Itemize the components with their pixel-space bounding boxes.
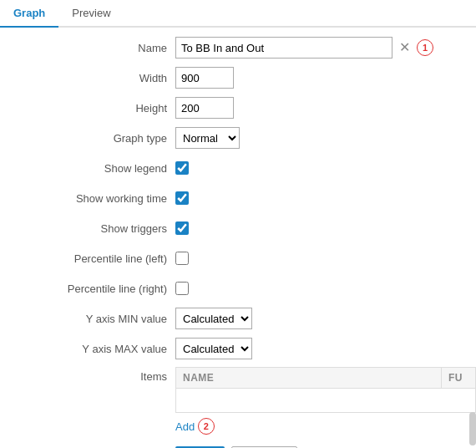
items-label: Items [0, 367, 175, 383]
y-axis-min-label: Y axis MIN value [0, 313, 175, 325]
tab-bar: Graph Preview [0, 0, 476, 28]
show-working-time-checkbox[interactable] [175, 191, 189, 205]
show-triggers-label: Show triggers [0, 222, 175, 235]
graph-type-controls: Normal Stacked Pie [175, 127, 240, 149]
graph-form: Name ✕ 1 Width Height Graph type [0, 28, 476, 448]
name-clear-button[interactable]: ✕ [398, 41, 412, 54]
graph-type-row: Graph type Normal Stacked Pie [0, 126, 476, 150]
name-circle-1: 1 [417, 39, 433, 56]
footer-buttons: Add Cancel [0, 438, 476, 448]
items-col-name: NAME [176, 368, 442, 388]
width-row: Width [0, 66, 476, 89]
items-table-header: NAME FU [175, 367, 476, 388]
name-input[interactable] [175, 37, 392, 59]
tab-preview[interactable]: Preview [58, 0, 124, 28]
items-section: Items NAME FU Add 2 [0, 367, 476, 438]
show-legend-row: Show legend [0, 156, 476, 180]
percentile-right-row: Percentile line (right) [0, 277, 476, 300]
show-legend-controls [175, 161, 189, 175]
width-input[interactable] [175, 67, 234, 89]
percentile-right-controls [175, 282, 189, 295]
height-controls [175, 97, 234, 119]
show-working-time-controls [175, 191, 189, 205]
show-working-time-label: Show working time [0, 192, 175, 205]
height-row: Height [0, 96, 476, 120]
y-axis-min-controls: Calculated Fixed [175, 308, 252, 329]
y-axis-max-controls: Calculated Fixed [175, 338, 252, 359]
show-triggers-checkbox[interactable] [175, 221, 189, 235]
show-triggers-row: Show triggers [0, 216, 476, 240]
graph-type-select[interactable]: Normal Stacked Pie [175, 127, 240, 149]
show-legend-checkbox[interactable] [175, 161, 189, 175]
percentile-left-label: Percentile line (left) [0, 252, 175, 265]
percentile-left-controls [175, 252, 189, 265]
scrollbar[interactable] [469, 412, 476, 445]
show-working-time-row: Show working time [0, 186, 476, 210]
name-label: Name [0, 42, 175, 54]
percentile-right-checkbox[interactable] [175, 282, 189, 295]
tab-graph[interactable]: Graph [0, 0, 58, 28]
items-circle-2: 2 [198, 418, 215, 435]
name-row: Name ✕ 1 [0, 36, 476, 59]
y-axis-min-row: Y axis MIN value Calculated Fixed [0, 307, 476, 330]
percentile-right-label: Percentile line (right) [0, 283, 175, 295]
items-body [175, 388, 476, 413]
items-col-fu: FU [442, 368, 475, 388]
y-axis-max-label: Y axis MAX value [0, 343, 175, 355]
y-axis-min-select[interactable]: Calculated Fixed [175, 308, 252, 329]
width-controls [175, 67, 234, 89]
percentile-left-row: Percentile line (left) [0, 247, 476, 270]
y-axis-max-row: Y axis MAX value Calculated Fixed [0, 337, 476, 360]
items-add-link[interactable]: Add [175, 420, 195, 433]
percentile-left-checkbox[interactable] [175, 252, 189, 265]
name-controls: ✕ 1 [175, 37, 433, 59]
height-input[interactable] [175, 97, 234, 119]
show-legend-label: Show legend [0, 162, 175, 175]
graph-type-label: Graph type [0, 132, 175, 145]
add-link-row: Add 2 [175, 413, 476, 438]
show-triggers-controls [175, 221, 189, 235]
items-table-area: NAME FU Add 2 [175, 367, 476, 438]
height-label: Height [0, 102, 175, 115]
width-label: Width [0, 72, 175, 84]
items-header: Items NAME FU Add 2 [0, 367, 476, 438]
y-axis-max-select[interactable]: Calculated Fixed [175, 338, 252, 359]
